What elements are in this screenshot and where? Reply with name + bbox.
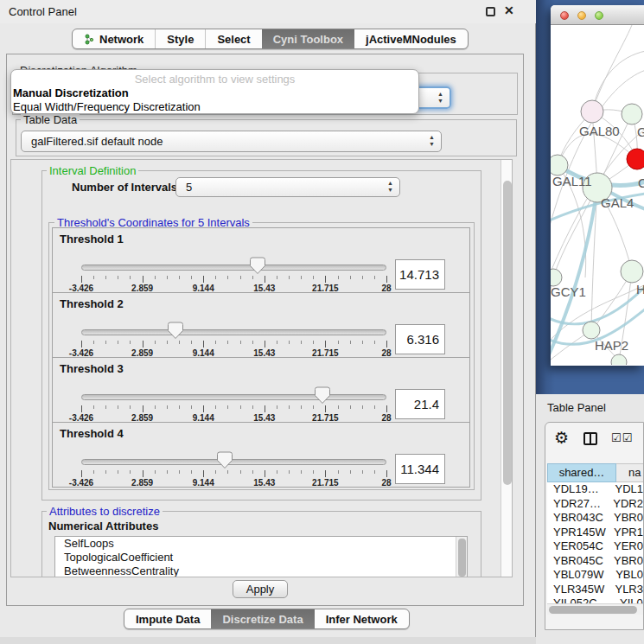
close-icon[interactable]: ✕ [504,3,514,17]
scrollbar-thumb[interactable] [503,181,512,485]
network-edge[interactable] [592,51,644,112]
table-row[interactable]: YLR345WYLR3 [547,583,643,597]
node-label-partial: G. [637,124,644,139]
tab-infer-network[interactable]: Infer Network [315,609,409,628]
table-row[interactable]: YIL052CYIL0 [547,596,643,603]
network-icon [84,34,95,45]
table-panel-title: Table Panel [547,401,606,414]
apply-button[interactable]: Apply [233,580,288,598]
threshold-slider-track[interactable] [81,265,386,271]
threshold-slider-track[interactable] [81,459,386,465]
threshold-panel-1: Threshold 1-3.4262.8599.14415.4321.71528… [52,227,470,293]
cell-name: YBR0 [610,511,643,526]
popup-option-manual-discretization[interactable]: Manual Discretization [13,86,129,99]
tab-jactivemnodules[interactable]: jActiveMNodules [354,29,468,48]
tab-impute-data[interactable]: Impute Data [124,609,211,628]
scrollbar-thumb[interactable] [549,606,637,614]
tab-select[interactable]: Select [205,29,261,48]
combo-stepper-icon: ▲▼ [387,180,393,194]
cell-name: YBL0 [612,568,643,583]
network-graph[interactable]: GAL80GAL11GAL4GCY1HHAP2G.C [551,25,644,365]
threshold-slider-track[interactable] [81,329,386,335]
horizontal-scrollbar[interactable] [547,603,643,615]
cell-shared-name: YIL052C [547,596,616,603]
float-window-icon[interactable] [486,7,495,16]
threshold-value-field[interactable]: 11.344 [395,454,445,484]
threshold-slider-thumb[interactable] [249,257,265,275]
tick-label: 15.43 [253,478,275,488]
attribute-item-topologicalcoefficient[interactable]: TopologicalCoefficient [55,551,467,564]
cell-shared-name: YER054C [547,539,610,554]
columns-icon[interactable] [583,432,597,445]
window-zoom-icon[interactable] [595,11,603,20]
table-data-combo[interactable]: galFiltered.sif default node ▲▼ [21,131,442,152]
table-row[interactable]: YDR27…YDR2 [547,497,643,512]
table-row[interactable]: YPR145WYPR1 [547,526,643,540]
network-node-gal80[interactable] [581,100,603,123]
tab-discretize-data[interactable]: Discretize Data [211,609,314,628]
threshold-slider-track[interactable] [81,394,386,400]
tab-style[interactable]: Style [155,29,205,48]
tick-label: -3.426 [69,478,93,488]
control-panel-titlebar: Control Panel ✕ [0,0,536,23]
threshold-value-field[interactable]: 6.316 [395,324,445,354]
network-window-titlebar[interactable] [551,5,644,25]
network-node-gal11[interactable] [551,155,568,175]
num-intervals-value: 5 [186,181,192,194]
table-row[interactable]: YBR045CYBR0 [547,554,643,569]
network-node[interactable] [611,354,627,365]
table-row[interactable]: YER054CYER0 [547,539,643,554]
attribute-item-selfloops[interactable]: SelfLoops [55,537,467,551]
control-panel: Control Panel ✕ NetworkStyleSelectCyni T… [0,0,536,644]
node-label: HAP2 [595,338,628,353]
network-node-gcy1[interactable] [551,269,562,286]
threshold-panel-3: Threshold 3-3.4262.8599.14415.4321.71528… [52,357,470,423]
vertical-scrollbar[interactable] [501,160,513,577]
threshold-slider-thumb[interactable] [314,386,330,405]
table-row[interactable]: YBL079WYBL0 [547,568,643,583]
popup-option-equal-width-frequency-discretization[interactable]: Equal Width/Frequency Discretization [13,100,201,113]
attribute-item-betweennesscentrality[interactable]: BetweennessCentrality [55,564,467,577]
table-row[interactable]: YBR043CYBR0 [547,511,643,526]
cell-name: YBR0 [610,554,643,569]
network-node-hap2[interactable] [583,322,600,339]
column-header-1[interactable]: shared… [547,463,616,482]
control-panel-tabs: NetworkStyleSelectCyni ToolboxjActiveMNo… [72,29,469,49]
network-node[interactable] [622,104,642,124]
cell-shared-name: YBR045C [547,554,610,569]
cell-shared-name: YPR145W [547,526,610,540]
tab-network[interactable]: Network [73,29,155,48]
network-edge[interactable] [592,25,632,112]
threshold-slider-thumb[interactable] [168,322,184,340]
attributes-list-scrollbar[interactable] [456,537,467,577]
network-node-h[interactable] [621,260,643,283]
threshold-value-field[interactable]: 21.4 [395,389,445,419]
tab-cyni-toolbox[interactable]: Cyni Toolbox [262,29,354,48]
num-intervals-combo[interactable]: 5 ▲▼ [175,177,400,197]
threshold-slider-thumb[interactable] [216,451,233,469]
cell-name: YPR1 [610,526,643,540]
slider-scale [81,276,386,284]
gear-icon[interactable]: ⚙ [554,428,569,448]
table-data-group-title: Table Data [21,113,80,126]
network-window: GAL80GAL11GAL4GCY1HHAP2G.C [551,5,644,366]
threshold-label: Threshold 2 [60,297,124,310]
network-node[interactable] [627,149,644,169]
cell-name: YIL0 [616,596,643,603]
node-label-partial: C [638,175,644,190]
node-label: GAL80 [579,124,620,138]
network-canvas[interactable]: GAL80GAL11GAL4GCY1HHAP2G.C [551,25,644,365]
cell-shared-name: YDR27… [547,497,609,512]
column-header-2[interactable]: na [616,463,643,482]
scrollbar-thumb[interactable] [458,539,466,577]
tick-label: 28 [381,478,391,488]
attributes-list[interactable]: SelfLoopsTopologicalCoefficientBetweenne… [54,536,468,577]
num-intervals-label: Number of Intervals [72,181,177,194]
threshold-value-field[interactable]: 14.713 [395,259,445,290]
algorithm-popup: Select algorithm to view settings Manual… [10,69,419,114]
window-minimize-icon[interactable] [577,11,586,20]
select-columns-checkboxes-icon[interactable]: ☑☑ [611,431,633,444]
window-close-icon[interactable] [560,11,569,20]
footer-strip [0,637,536,644]
table-row[interactable]: YDL19…YDL1 [547,482,643,497]
